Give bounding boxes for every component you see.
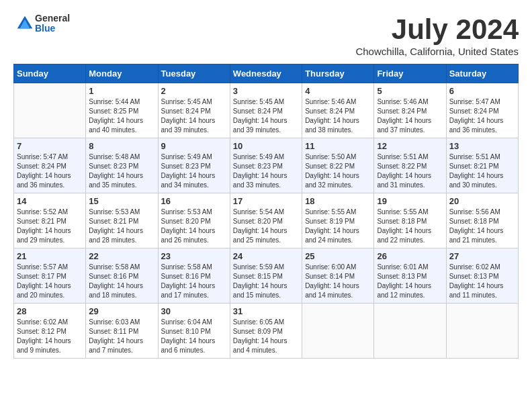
day-info: Sunrise: 5:44 AM Sunset: 8:25 PM Dayligh… <box>89 98 143 134</box>
calendar-header-row: SundayMondayTuesdayWednesdayThursdayFrid… <box>14 64 519 83</box>
day-number: 12 <box>377 141 443 151</box>
day-info: Sunrise: 5:59 AM Sunset: 8:15 PM Dayligh… <box>233 263 287 299</box>
day-number: 4 <box>305 86 371 96</box>
day-info: Sunrise: 5:55 AM Sunset: 8:18 PM Dayligh… <box>377 208 431 244</box>
calendar-day-header: Wednesday <box>230 64 302 83</box>
calendar-cell: 9Sunrise: 5:49 AM Sunset: 8:23 PM Daylig… <box>158 138 230 193</box>
location: Chowchilla, California, United States <box>355 46 519 57</box>
day-number: 23 <box>161 251 227 261</box>
calendar-cell <box>14 83 86 138</box>
calendar-cell <box>446 304 518 359</box>
calendar-day-header: Monday <box>86 64 158 83</box>
day-info: Sunrise: 5:56 AM Sunset: 8:18 PM Dayligh… <box>449 208 504 244</box>
day-number: 14 <box>17 196 83 206</box>
calendar-day-header: Sunday <box>14 64 86 83</box>
calendar-cell: 22Sunrise: 5:58 AM Sunset: 8:16 PM Dayli… <box>86 248 158 304</box>
day-number: 2 <box>161 86 227 96</box>
day-info: Sunrise: 5:47 AM Sunset: 8:24 PM Dayligh… <box>17 153 71 189</box>
day-number: 7 <box>17 141 83 151</box>
day-number: 18 <box>305 196 371 206</box>
day-number: 29 <box>89 306 154 316</box>
calendar-cell: 7Sunrise: 5:47 AM Sunset: 8:24 PM Daylig… <box>14 138 86 193</box>
day-number: 11 <box>305 141 371 151</box>
day-info: Sunrise: 5:49 AM Sunset: 8:23 PM Dayligh… <box>161 153 216 189</box>
day-info: Sunrise: 5:46 AM Sunset: 8:24 PM Dayligh… <box>377 98 431 134</box>
calendar-cell: 1Sunrise: 5:44 AM Sunset: 8:25 PM Daylig… <box>86 83 158 138</box>
day-number: 22 <box>89 251 154 261</box>
day-info: Sunrise: 5:51 AM Sunset: 8:22 PM Dayligh… <box>377 153 431 189</box>
day-number: 21 <box>17 251 83 261</box>
day-number: 24 <box>233 251 299 261</box>
calendar-day-header: Saturday <box>446 64 518 83</box>
day-number: 16 <box>161 196 227 206</box>
calendar-table: SundayMondayTuesdayWednesdayThursdayFrid… <box>13 64 519 359</box>
day-info: Sunrise: 5:51 AM Sunset: 8:21 PM Dayligh… <box>449 153 504 189</box>
calendar-cell: 30Sunrise: 6:04 AM Sunset: 8:10 PM Dayli… <box>158 304 230 359</box>
day-number: 8 <box>89 141 154 151</box>
day-info: Sunrise: 6:00 AM Sunset: 8:14 PM Dayligh… <box>305 263 359 299</box>
calendar-cell: 21Sunrise: 5:57 AM Sunset: 8:17 PM Dayli… <box>14 248 86 304</box>
calendar-cell: 28Sunrise: 6:02 AM Sunset: 8:12 PM Dayli… <box>14 304 86 359</box>
day-number: 15 <box>89 196 154 206</box>
calendar-cell: 6Sunrise: 5:47 AM Sunset: 8:24 PM Daylig… <box>446 83 518 138</box>
calendar-cell: 19Sunrise: 5:55 AM Sunset: 8:18 PM Dayli… <box>374 193 446 248</box>
day-number: 20 <box>449 196 515 206</box>
calendar-cell: 31Sunrise: 6:05 AM Sunset: 8:09 PM Dayli… <box>230 304 302 359</box>
calendar-cell: 17Sunrise: 5:54 AM Sunset: 8:20 PM Dayli… <box>230 193 302 248</box>
day-number: 5 <box>377 86 443 96</box>
day-info: Sunrise: 5:48 AM Sunset: 8:23 PM Dayligh… <box>89 153 143 189</box>
day-number: 6 <box>449 86 515 96</box>
calendar-cell: 29Sunrise: 6:03 AM Sunset: 8:11 PM Dayli… <box>86 304 158 359</box>
day-info: Sunrise: 6:02 AM Sunset: 8:12 PM Dayligh… <box>17 318 71 354</box>
day-info: Sunrise: 5:46 AM Sunset: 8:24 PM Dayligh… <box>305 98 359 134</box>
calendar-cell: 20Sunrise: 5:56 AM Sunset: 8:18 PM Dayli… <box>446 193 518 248</box>
calendar-cell: 24Sunrise: 5:59 AM Sunset: 8:15 PM Dayli… <box>230 248 302 304</box>
day-info: Sunrise: 6:02 AM Sunset: 8:13 PM Dayligh… <box>449 263 504 299</box>
calendar-week-row: 7Sunrise: 5:47 AM Sunset: 8:24 PM Daylig… <box>14 138 519 193</box>
day-info: Sunrise: 6:04 AM Sunset: 8:10 PM Dayligh… <box>161 318 216 354</box>
calendar-cell: 23Sunrise: 5:58 AM Sunset: 8:16 PM Dayli… <box>158 248 230 304</box>
day-info: Sunrise: 5:58 AM Sunset: 8:16 PM Dayligh… <box>161 263 216 299</box>
calendar-cell: 15Sunrise: 5:53 AM Sunset: 8:21 PM Dayli… <box>86 193 158 248</box>
page-header: General Blue July 2024 Chowchilla, Calif… <box>13 13 519 57</box>
calendar-cell: 25Sunrise: 6:00 AM Sunset: 8:14 PM Dayli… <box>302 248 374 304</box>
day-number: 3 <box>233 86 299 96</box>
day-number: 28 <box>17 306 83 316</box>
calendar-cell: 14Sunrise: 5:52 AM Sunset: 8:21 PM Dayli… <box>14 193 86 248</box>
title-block: July 2024 Chowchilla, California, United… <box>355 13 519 57</box>
day-number: 10 <box>233 141 299 151</box>
calendar-cell: 27Sunrise: 6:02 AM Sunset: 8:13 PM Dayli… <box>446 248 518 304</box>
calendar-week-row: 28Sunrise: 6:02 AM Sunset: 8:12 PM Dayli… <box>14 304 519 359</box>
day-number: 27 <box>449 251 515 261</box>
day-info: Sunrise: 5:50 AM Sunset: 8:22 PM Dayligh… <box>305 153 359 189</box>
calendar-cell <box>302 304 374 359</box>
day-info: Sunrise: 5:53 AM Sunset: 8:21 PM Dayligh… <box>89 208 143 244</box>
calendar-day-header: Tuesday <box>158 64 230 83</box>
day-info: Sunrise: 5:47 AM Sunset: 8:24 PM Dayligh… <box>449 98 504 134</box>
calendar-day-header: Friday <box>374 64 446 83</box>
calendar-week-row: 14Sunrise: 5:52 AM Sunset: 8:21 PM Dayli… <box>14 193 519 248</box>
calendar-cell <box>374 304 446 359</box>
logo: General Blue <box>13 13 70 34</box>
calendar-cell: 12Sunrise: 5:51 AM Sunset: 8:22 PM Dayli… <box>374 138 446 193</box>
day-number: 25 <box>305 251 371 261</box>
day-number: 26 <box>377 251 443 261</box>
calendar-cell: 4Sunrise: 5:46 AM Sunset: 8:24 PM Daylig… <box>302 83 374 138</box>
calendar-cell: 5Sunrise: 5:46 AM Sunset: 8:24 PM Daylig… <box>374 83 446 138</box>
day-number: 31 <box>233 306 299 316</box>
day-number: 13 <box>449 141 515 151</box>
day-info: Sunrise: 5:53 AM Sunset: 8:20 PM Dayligh… <box>161 208 216 244</box>
day-info: Sunrise: 5:45 AM Sunset: 8:24 PM Dayligh… <box>161 98 216 134</box>
day-number: 19 <box>377 196 443 206</box>
day-number: 1 <box>89 86 154 96</box>
day-number: 9 <box>161 141 227 151</box>
calendar-cell: 13Sunrise: 5:51 AM Sunset: 8:21 PM Dayli… <box>446 138 518 193</box>
calendar-cell: 26Sunrise: 6:01 AM Sunset: 8:13 PM Dayli… <box>374 248 446 304</box>
day-info: Sunrise: 6:05 AM Sunset: 8:09 PM Dayligh… <box>233 318 287 354</box>
day-info: Sunrise: 5:54 AM Sunset: 8:20 PM Dayligh… <box>233 208 287 244</box>
calendar-week-row: 1Sunrise: 5:44 AM Sunset: 8:25 PM Daylig… <box>14 83 519 138</box>
day-info: Sunrise: 5:49 AM Sunset: 8:23 PM Dayligh… <box>233 153 287 189</box>
calendar-cell: 10Sunrise: 5:49 AM Sunset: 8:23 PM Dayli… <box>230 138 302 193</box>
day-number: 17 <box>233 196 299 206</box>
calendar-week-row: 21Sunrise: 5:57 AM Sunset: 8:17 PM Dayli… <box>14 248 519 304</box>
